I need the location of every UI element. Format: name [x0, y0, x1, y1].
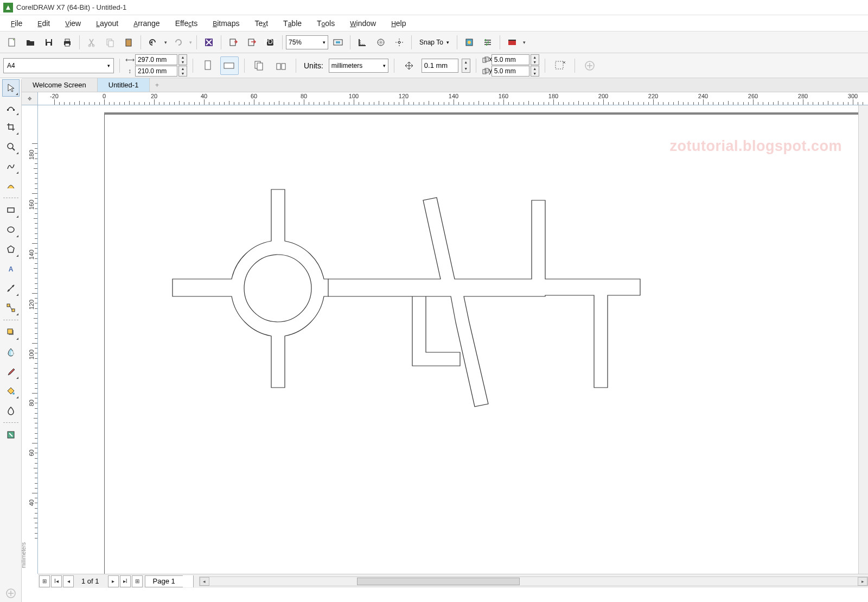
interactive-fill-tool[interactable] — [2, 382, 20, 400]
treat-as-filled-button[interactable] — [551, 56, 569, 75]
redo-dropdown[interactable]: ▾ — [188, 40, 193, 45]
cut-button[interactable] — [83, 34, 100, 51]
menu-tools[interactable]: Tools — [310, 17, 341, 30]
smart-fill-tool[interactable] — [2, 402, 20, 419]
crop-tool[interactable] — [2, 118, 20, 136]
svg-rect-6 — [65, 39, 69, 41]
vertical-scrollbar[interactable] — [858, 105, 868, 574]
add-page-after-button[interactable]: ⊞ — [132, 575, 143, 587]
page-size-select[interactable]: A4▾ — [3, 58, 114, 73]
print-button[interactable] — [59, 34, 76, 51]
customize-button[interactable] — [479, 34, 496, 51]
zoom-level-select[interactable]: 75%▾ — [286, 35, 328, 49]
portrait-button[interactable] — [199, 56, 217, 75]
menu-view[interactable]: View — [59, 17, 87, 30]
svg-rect-50 — [8, 329, 12, 334]
menu-layout[interactable]: Layout — [90, 17, 125, 30]
menu-text[interactable]: Text — [248, 17, 275, 30]
outline-pen-tool[interactable] — [2, 426, 20, 443]
tab-untitled-1[interactable]: Untitled-1 — [98, 78, 150, 92]
export-button[interactable] — [243, 34, 260, 51]
drop-shadow-tool[interactable] — [2, 324, 20, 341]
save-button[interactable] — [40, 34, 58, 51]
undo-dropdown[interactable]: ▾ — [163, 40, 168, 45]
new-button[interactable] — [3, 34, 21, 51]
current-page-button[interactable] — [272, 56, 290, 75]
menu-effects[interactable]: Effects — [169, 17, 205, 30]
undo-button[interactable] — [144, 34, 162, 51]
window-title: CorelDRAW X7 (64-Bit) - Untitled-1 — [16, 3, 126, 11]
width-spinner[interactable]: ▲▼ — [178, 54, 187, 65]
app-launcher-button[interactable] — [503, 34, 521, 51]
menu-bitmaps[interactable]: Bitmaps — [206, 17, 246, 30]
import-button[interactable] — [225, 34, 242, 51]
search-content-button[interactable] — [200, 34, 218, 51]
open-button[interactable] — [22, 34, 39, 51]
connector-tool[interactable] — [2, 299, 20, 316]
text-tool[interactable]: A — [2, 260, 20, 277]
parallel-dimension-tool[interactable] — [2, 280, 20, 297]
guidelines-toggle[interactable] — [391, 34, 408, 51]
options-button[interactable] — [461, 34, 478, 51]
grid-toggle[interactable] — [372, 34, 390, 51]
next-page-button[interactable]: ▸ — [108, 575, 119, 587]
copy-button[interactable] — [101, 34, 119, 51]
menu-arrange[interactable]: Arrange — [127, 17, 166, 30]
svg-rect-13 — [127, 39, 130, 40]
zoom-tool[interactable] — [2, 138, 20, 155]
page-height-input[interactable]: 210.0 mm — [135, 66, 177, 77]
first-page-button[interactable]: I◂ — [51, 575, 62, 587]
app-launcher-dropdown[interactable]: ▾ — [522, 40, 527, 45]
rectangle-tool[interactable] — [2, 201, 20, 219]
nudge-distance-input[interactable]: 0.1 mm — [422, 59, 458, 73]
rulers-toggle[interactable] — [354, 34, 371, 51]
horizontal-ruler[interactable]: -200204060801001201401601802002202402602… — [38, 92, 868, 105]
units-select[interactable]: millimeters▾ — [329, 59, 388, 73]
nudge-spinner[interactable]: ▲▼ — [462, 59, 470, 73]
landscape-button[interactable] — [220, 56, 239, 75]
duplicate-y-input[interactable]: 5.0 mm — [492, 66, 529, 77]
hscroll-right[interactable]: ▸ — [858, 577, 867, 586]
quick-customize-toolbox[interactable] — [2, 585, 20, 602]
menu-window[interactable]: Window — [343, 17, 382, 30]
menu-help[interactable]: Help — [385, 17, 412, 30]
page-1-tab[interactable]: Page 1 — [145, 575, 183, 587]
height-spinner[interactable]: ▲▼ — [178, 66, 187, 77]
horizontal-scrollbar[interactable]: ◂ ▸ — [199, 576, 868, 586]
freehand-tool[interactable] — [2, 157, 20, 175]
hscroll-thumb[interactable] — [357, 578, 520, 585]
standard-toolbar: ▾ ▾ PDF 75%▾ Snap To▾ ▾ — [0, 31, 868, 53]
svg-rect-47 — [7, 304, 10, 307]
color-eyedropper-tool[interactable] — [2, 363, 20, 380]
prev-page-button[interactable]: ◂ — [63, 575, 74, 587]
shape-tool[interactable] — [2, 99, 20, 116]
menu-file[interactable]: File — [4, 17, 29, 30]
tab-welcome[interactable]: Welcome Screen — [22, 78, 98, 92]
polygon-tool[interactable] — [2, 240, 20, 258]
all-pages-button[interactable] — [250, 56, 269, 75]
fullscreen-preview-button[interactable] — [329, 34, 347, 51]
transparency-tool[interactable] — [2, 343, 20, 360]
pick-tool[interactable] — [2, 79, 20, 97]
add-tab-button[interactable]: + — [150, 78, 164, 92]
publish-pdf-button[interactable]: PDF — [261, 34, 279, 51]
ellipse-tool[interactable] — [2, 221, 20, 238]
last-page-button[interactable]: ▸I — [120, 575, 131, 587]
redo-button[interactable] — [169, 34, 187, 51]
menu-edit[interactable]: Edit — [31, 17, 56, 30]
drawing-canvas[interactable]: zotutorial.blogspot.com — [38, 105, 858, 574]
menu-table[interactable]: Table — [277, 17, 308, 30]
quick-customize-button[interactable] — [580, 56, 599, 75]
width-icon: ⟷ — [125, 55, 134, 64]
ruler-origin[interactable]: ✥ — [22, 92, 38, 105]
artistic-media-tool[interactable] — [2, 177, 20, 194]
duplicate-x-input[interactable]: 5.0 mm — [492, 54, 529, 65]
dup-y-spinner[interactable]: ▲▼ — [531, 66, 539, 77]
add-page-before-button[interactable]: ⊞ — [39, 575, 50, 587]
vertical-ruler[interactable]: millimeters 180160140120100806040 — [22, 105, 38, 574]
hscroll-left[interactable]: ◂ — [200, 577, 209, 586]
paste-button[interactable] — [120, 34, 137, 51]
dup-x-spinner[interactable]: ▲▼ — [531, 54, 539, 65]
page-width-input[interactable]: 297.0 mm — [135, 54, 177, 65]
snap-to-dropdown[interactable]: Snap To▾ — [415, 39, 454, 46]
